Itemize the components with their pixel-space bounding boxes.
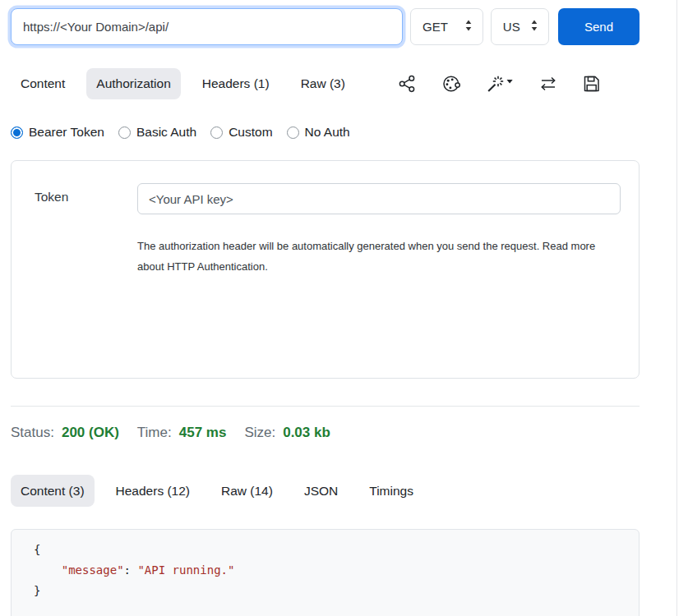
status-value: 200 (OK)	[62, 425, 119, 441]
token-panel: Token The authorization header will be a…	[11, 160, 640, 379]
radio-label: Basic Auth	[136, 125, 196, 140]
response-body-code[interactable]: { "message": "API running." }	[11, 529, 640, 616]
radio-unchecked-icon	[118, 126, 131, 139]
radio-custom[interactable]: Custom	[210, 125, 272, 140]
resp-tab-content[interactable]: Content (3)	[11, 475, 95, 507]
time-group: Time: 457 ms	[137, 425, 227, 441]
time-label: Time:	[137, 425, 172, 441]
radio-bearer-token[interactable]: Bearer Token	[11, 125, 104, 140]
size-value: 0.03 kb	[283, 425, 330, 441]
status-label: Status:	[11, 425, 54, 441]
save-icon[interactable]	[583, 74, 601, 94]
radio-checked-icon	[11, 126, 23, 139]
scrollbar-track-line	[676, 0, 677, 616]
radio-no-auth[interactable]: No Auth	[287, 125, 350, 140]
auth-type-options: Bearer Token Basic Auth Custom No Auth	[11, 125, 640, 140]
send-button[interactable]: Send	[558, 8, 640, 45]
palette-icon[interactable]	[441, 74, 461, 94]
tab-authorization[interactable]: Authorization	[86, 68, 180, 99]
share-icon[interactable]	[398, 74, 417, 94]
api-request-page: GET US Send Content Authorization Header…	[0, 0, 640, 616]
code-line: "message": "API running."	[34, 560, 639, 581]
status-group: Status: 200 (OK)	[11, 425, 119, 441]
region-select-value: US	[503, 20, 520, 34]
swap-arrows-icon[interactable]	[538, 74, 558, 94]
request-bar: GET US Send	[11, 8, 640, 45]
json-close-brace: }	[34, 584, 40, 597]
time-value: 457 ms	[179, 425, 227, 441]
token-form-row: Token The authorization header will be a…	[35, 183, 621, 277]
radio-unchecked-icon	[287, 126, 299, 139]
size-label: Size:	[244, 425, 275, 441]
token-input[interactable]	[137, 183, 621, 214]
token-field-column: The authorization header will be automat…	[137, 183, 621, 277]
code-line: {	[34, 540, 639, 560]
resp-tab-raw[interactable]: Raw (14)	[211, 475, 283, 507]
radio-basic-auth[interactable]: Basic Auth	[118, 125, 196, 140]
response-tabs: Content (3) Headers (12) Raw (14) JSON T…	[11, 475, 640, 507]
select-spinner-icon	[530, 19, 538, 34]
json-key: "message"	[62, 563, 124, 577]
radio-unchecked-icon	[210, 126, 223, 139]
tab-headers[interactable]: Headers (1)	[192, 68, 279, 99]
code-line: }	[34, 581, 639, 601]
token-label: Token	[35, 183, 137, 277]
section-divider	[11, 406, 640, 407]
resp-tab-headers[interactable]: Headers (12)	[106, 475, 200, 507]
resp-tab-json[interactable]: JSON	[294, 475, 348, 507]
tab-content[interactable]: Content	[11, 68, 75, 99]
resp-tab-timings[interactable]: Timings	[359, 475, 423, 507]
method-select-value: GET	[422, 20, 448, 34]
size-group: Size: 0.03 kb	[244, 425, 330, 441]
select-spinner-icon	[464, 19, 473, 34]
radio-label: No Auth	[305, 125, 350, 140]
token-help-text: The authorization header will be automat…	[137, 236, 621, 277]
request-tabs: Content Authorization Headers (1) Raw (3…	[11, 68, 355, 99]
url-input[interactable]	[11, 8, 403, 45]
request-tabs-row: Content Authorization Headers (1) Raw (3…	[11, 68, 640, 99]
json-separator: :	[124, 563, 138, 577]
json-value: "API running."	[137, 563, 234, 577]
json-open-brace: {	[34, 543, 40, 556]
response-status-row: Status: 200 (OK) Time: 457 ms Size: 0.03…	[11, 425, 640, 441]
region-select[interactable]: US	[491, 8, 549, 45]
radio-label: Bearer Token	[29, 125, 104, 140]
radio-label: Custom	[229, 125, 272, 140]
request-toolbar	[398, 74, 640, 94]
tab-raw[interactable]: Raw (3)	[291, 68, 355, 99]
method-select[interactable]: GET	[410, 8, 483, 45]
magic-wand-dropdown-icon[interactable]	[486, 74, 514, 94]
